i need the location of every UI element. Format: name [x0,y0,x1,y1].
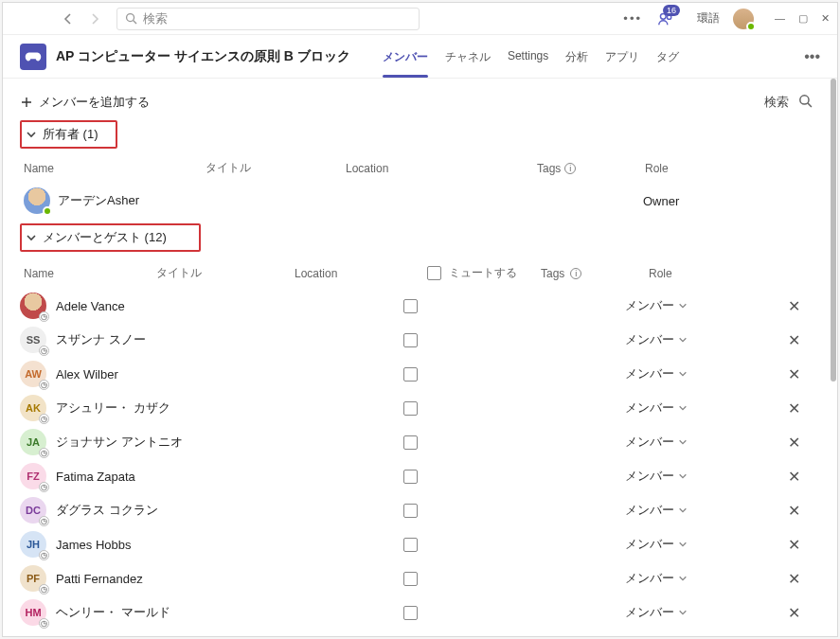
role-dropdown[interactable]: メンバー [625,502,688,519]
vertical-scrollbar[interactable] [830,79,837,636]
tab-apps[interactable]: アプリ [605,36,639,77]
members-search-label: 検索 [764,94,789,111]
role-dropdown[interactable]: メンバー [625,365,688,382]
member-name: スザンナ スノー [56,331,146,348]
game-controller-icon [25,51,42,62]
role-dropdown[interactable]: メンバー [625,604,688,621]
tab-analytics[interactable]: 分析 [565,36,588,77]
role-dropdown[interactable]: メンバー [625,399,688,417]
role-dropdown[interactable]: メンバー [625,536,688,553]
mute-checkbox[interactable] [403,538,418,552]
member-list: ◷Adele Vanceメンバー✕SS◷スザンナ スノーメンバー✕AW◷Alex… [20,289,813,630]
member-row: DC◷ダグラス コクランメンバー✕ [20,493,813,527]
mute-checkbox[interactable] [403,333,418,347]
window-maximize-button[interactable]: ▢ [798,12,808,25]
role-dropdown[interactable]: メンバー [625,468,688,485]
chevron-down-icon [26,232,37,243]
presence-away-icon: ◷ [39,584,49,595]
app-window: 検索 ••• 16 環語 — ▢ ✕ AP コンピューター サイエ [2,2,838,637]
add-member-button[interactable]: メンバーを追加する [20,94,150,111]
remove-member-button[interactable]: ✕ [788,331,813,349]
remove-member-button[interactable]: ✕ [788,604,813,622]
global-search-input[interactable]: 検索 [116,8,420,30]
search-icon [798,94,813,108]
owner-role: Owner [643,194,679,208]
avatar: ◷ [20,293,46,319]
nav-back-button[interactable] [58,9,79,29]
members-section-toggle[interactable]: メンバーとゲスト (12) [20,223,201,252]
members-search-button[interactable] [798,94,813,111]
remove-member-button[interactable]: ✕ [788,399,813,417]
nav-forward-button[interactable] [84,9,105,29]
chevron-down-icon [678,572,688,586]
role-value: メンバー [625,570,674,587]
role-value: メンバー [625,536,674,553]
col-name: Name [24,162,206,175]
tab-settings[interactable]: Settings [508,36,548,77]
info-icon[interactable]: i [564,163,576,174]
role-value: メンバー [625,434,674,451]
role-value: メンバー [625,297,674,314]
language-label[interactable]: 環語 [697,10,720,27]
role-value: メンバー [625,365,674,382]
owners-section-label: 所有者 (1) [43,126,98,143]
remove-member-button[interactable]: ✕ [788,502,813,520]
chevron-right-icon [89,13,100,25]
window-minimize-button[interactable]: — [775,12,785,25]
owner-name: アーデンAsher [58,192,139,209]
member-name: ジョナサン アントニオ [56,434,183,451]
mute-all-checkbox[interactable] [427,266,441,280]
role-dropdown[interactable]: メンバー [625,331,688,348]
titlebar-more-button[interactable]: ••• [623,11,642,26]
presence-away-icon: ◷ [39,618,49,629]
member-name: アシュリー・ カザク [56,399,170,417]
col-location: Location [295,267,427,280]
activity-button[interactable]: 16 [653,7,678,31]
mute-checkbox[interactable] [403,470,418,484]
remove-member-button[interactable]: ✕ [788,365,813,383]
remove-member-button[interactable]: ✕ [788,297,813,315]
search-placeholder: 検索 [143,10,168,27]
user-avatar[interactable] [733,9,754,29]
tab-channels[interactable]: チャネル [445,36,491,77]
role-value: メンバー [625,604,674,621]
remove-member-button[interactable]: ✕ [788,570,813,588]
remove-member-button[interactable]: ✕ [788,434,813,452]
role-dropdown[interactable]: メンバー [625,434,688,451]
scrollbar-thumb[interactable] [831,79,836,382]
team-more-button[interactable]: ••• [804,48,820,65]
role-dropdown[interactable]: メンバー [625,570,688,587]
role-value: メンバー [625,331,674,348]
tab-members[interactable]: メンバー [383,36,428,77]
remove-member-button[interactable]: ✕ [788,468,813,486]
team-name: AP コンピューター サイエンスの原則 B ブロック [56,48,350,65]
member-row: SS◷スザンナ スノーメンバー✕ [20,323,813,357]
remove-member-button[interactable]: ✕ [788,536,813,554]
role-dropdown[interactable]: メンバー [625,297,688,314]
owners-section-toggle[interactable]: 所有者 (1) [20,120,117,149]
plus-icon [20,96,33,109]
mute-checkbox[interactable] [403,299,418,313]
mute-checkbox[interactable] [403,367,418,382]
mute-checkbox[interactable] [403,435,418,450]
mute-checkbox[interactable] [403,606,418,620]
member-row: HM◷ヘンリー・ マールドメンバー✕ [20,595,813,630]
team-icon [20,44,46,70]
presence-away-icon: ◷ [39,448,49,458]
col-name: Name [24,267,156,280]
chevron-down-icon [678,538,688,552]
info-icon[interactable]: i [570,268,581,279]
member-row: AW◷Alex Wilberメンバー✕ [20,357,813,391]
tabs: メンバー チャネル Settings 分析 アプリ タグ [383,36,679,77]
tab-tags[interactable]: タグ [656,36,679,77]
chevron-down-icon [678,470,688,484]
member-row: AK◷アシュリー・ カザクメンバー✕ [20,391,813,425]
mute-checkbox[interactable] [403,572,418,586]
mute-checkbox[interactable] [403,504,418,518]
member-row: JH◷James Hobbsメンバー✕ [20,527,813,561]
mute-checkbox[interactable] [403,401,418,416]
window-close-button[interactable]: ✕ [821,12,830,25]
col-tags: Tags i [541,267,649,280]
member-name: ヘンリー・ マールド [56,604,170,621]
chevron-down-icon [678,504,688,518]
